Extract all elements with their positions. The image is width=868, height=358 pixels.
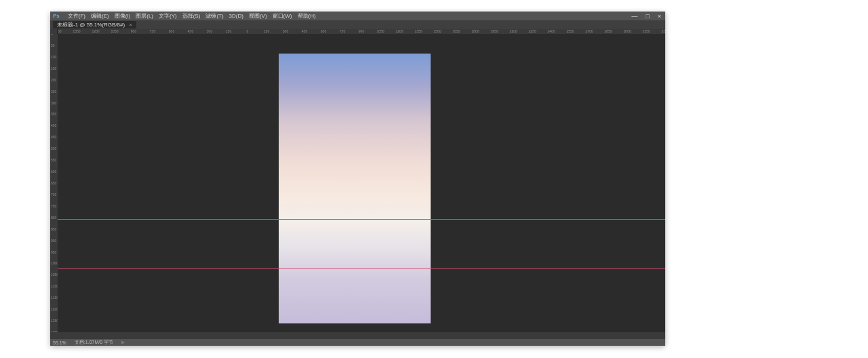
ruler-tick: 150 <box>226 29 231 33</box>
workspace: 0501001502002503003504004505005506006507… <box>50 34 665 332</box>
menu-file[interactable]: 文件(F) <box>68 12 85 20</box>
ruler-tick: 1500 <box>58 29 62 33</box>
canvas-document[interactable] <box>279 54 431 323</box>
ruler-tick: 1800 <box>471 29 479 33</box>
ruler-tick: 600 <box>321 29 326 33</box>
ruler-tick: 0 <box>247 29 249 33</box>
menu-edit[interactable]: 编辑(E) <box>91 12 109 20</box>
ruler-tick: 1050 <box>51 273 58 277</box>
menu-3d[interactable]: 3D(D) <box>229 13 243 19</box>
menu-layer[interactable]: 图层(L) <box>136 12 153 20</box>
ruler-tick: 2250 <box>528 29 536 33</box>
ruler-tick: 300 <box>51 101 56 105</box>
zoom-level[interactable]: 55.1% <box>53 340 66 345</box>
ruler-tick: 350 <box>51 112 56 116</box>
minimize-button[interactable]: — <box>630 13 639 20</box>
scrollbar-row[interactable] <box>50 332 665 339</box>
ruler-tick: 1350 <box>414 29 422 33</box>
tab-close-icon[interactable]: × <box>129 22 132 28</box>
ruler-tick: 50 <box>51 43 55 47</box>
close-button[interactable]: × <box>656 13 663 20</box>
ruler-tick: 600 <box>169 29 174 33</box>
ruler-tick: 1200 <box>395 29 403 33</box>
ruler-tick: 2100 <box>509 29 517 33</box>
menu-bar: Ps 文件(F) 编辑(E) 图像(I) 图层(L) 文字(Y) 选择(S) 滤… <box>50 12 665 20</box>
ruler-tick: 3150 <box>642 29 650 33</box>
vertical-ruler[interactable]: 0501001502002503003504004505005506006507… <box>50 34 58 332</box>
menu-view[interactable]: 视图(V) <box>249 12 267 20</box>
maximize-button[interactable]: □ <box>644 13 650 20</box>
ruler-tick: 750 <box>340 29 345 33</box>
ruler-tick: 1350 <box>73 29 80 33</box>
menu-filter[interactable]: 滤镜(T) <box>205 12 223 20</box>
ruler-tick: 950 <box>51 250 56 254</box>
tab-bar: 未标题-1 @ 55.1%(RGB/8#) × <box>50 20 665 29</box>
ruler-tick: 750 <box>150 29 155 33</box>
doc-info: 文档:1.07M/0 字节 <box>75 339 113 346</box>
horizontal-ruler[interactable]: 1500135012001050900750600450300150015030… <box>58 29 665 34</box>
ruler-tick: 900 <box>131 29 136 33</box>
ruler-tick: 500 <box>51 146 56 151</box>
ruler-tick: 1650 <box>452 29 460 33</box>
ruler-tick: 1150 <box>51 296 58 300</box>
ruler-tick: 200 <box>51 78 56 82</box>
menu-image[interactable]: 图像(I) <box>115 12 131 20</box>
status-bar: 55.1% 文档:1.07M/0 字节 ▶ <box>50 339 665 346</box>
ruler-tick: 1000 <box>51 261 58 265</box>
menu-help[interactable]: 帮助(H) <box>298 12 316 20</box>
ruler-tick: 1100 <box>51 284 58 288</box>
ruler-tick: 1200 <box>51 307 58 311</box>
ruler-tick: 150 <box>264 29 269 33</box>
ruler-tick: 900 <box>359 29 364 33</box>
ruler-tick: 300 <box>207 29 212 33</box>
ruler-row: 1500135012001050900750600450300150015030… <box>50 29 665 34</box>
ruler-tick: 1250 <box>51 319 58 323</box>
ruler-tick: 400 <box>51 123 56 127</box>
ruler-tick: 800 <box>51 216 56 220</box>
ruler-tick: 150 <box>51 66 56 71</box>
ruler-tick: 2400 <box>547 29 555 33</box>
ruler-tick: 300 <box>283 29 288 33</box>
ruler-tick: 3000 <box>623 29 631 33</box>
ruler-tick: 450 <box>302 29 307 33</box>
ruler-tick: 450 <box>188 29 193 33</box>
document-tab[interactable]: 未标题-1 @ 55.1%(RGB/8#) × <box>53 21 136 28</box>
ruler-tick: 700 <box>51 193 56 197</box>
ruler-corner <box>50 29 58 34</box>
ruler-tick: 1200 <box>92 29 99 33</box>
ruler-tick: 3300 <box>661 29 665 33</box>
app-window: Ps 文件(F) 编辑(E) 图像(I) 图层(L) 文字(Y) 选择(S) 滤… <box>50 12 665 346</box>
ruler-tick: 1500 <box>433 29 441 33</box>
ruler-tick: 2850 <box>604 29 612 33</box>
ruler-tick: 900 <box>51 239 56 243</box>
ruler-tick: 100 <box>51 55 56 59</box>
ruler-tick: 1050 <box>111 29 118 33</box>
menu-type[interactable]: 文字(Y) <box>159 12 177 20</box>
menu-select[interactable]: 选择(S) <box>182 12 201 20</box>
ruler-tick: 850 <box>51 227 56 231</box>
ruler-tick: 450 <box>51 135 56 139</box>
ruler-tick: 2550 <box>566 29 574 33</box>
ruler-tick: 750 <box>51 204 56 208</box>
ruler-tick: 1300 <box>51 330 58 332</box>
status-arrow-icon[interactable]: ▶ <box>121 340 125 345</box>
ruler-tick: 1950 <box>490 29 498 33</box>
ruler-tick: 600 <box>51 170 56 174</box>
ruler-tick: 0 <box>51 34 53 36</box>
ruler-tick: 550 <box>51 158 56 162</box>
ruler-tick: 1050 <box>376 29 384 33</box>
ruler-tick: 650 <box>51 181 56 185</box>
tab-label: 未标题-1 @ 55.1%(RGB/8#) <box>57 21 125 28</box>
ruler-tick: 2700 <box>585 29 593 33</box>
canvas-viewport[interactable] <box>58 34 665 332</box>
menu-window[interactable]: 窗口(W) <box>273 12 292 20</box>
ruler-tick: 250 <box>51 90 56 94</box>
app-logo: Ps <box>53 13 60 19</box>
window-controls: — □ × <box>630 13 663 20</box>
